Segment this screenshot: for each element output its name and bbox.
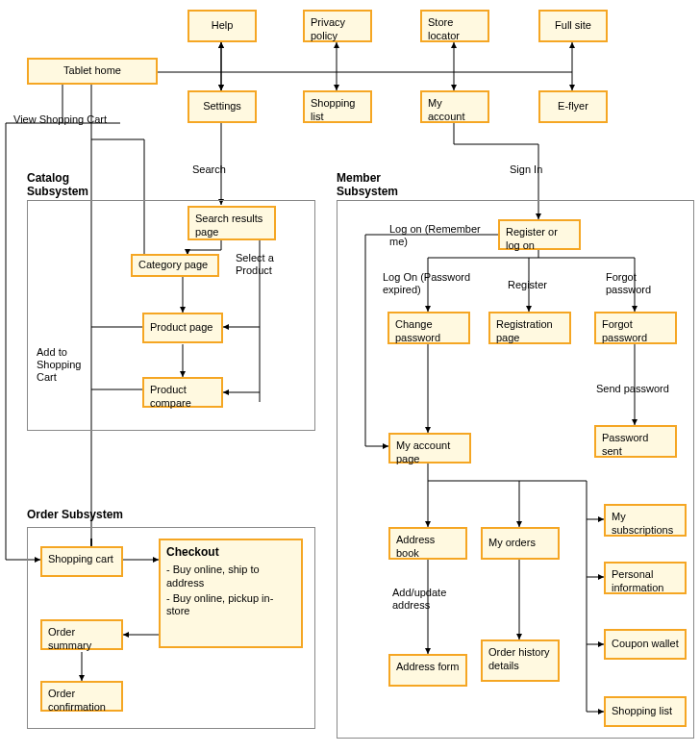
edge-log-on-remember: Log on (Remember me) — [389, 223, 486, 248]
label: Coupon wallet — [612, 638, 679, 651]
label: Shopping list — [612, 705, 672, 718]
group-title-member: Member Subsystem — [337, 171, 423, 199]
edge-select-product: Select a Product — [236, 252, 293, 277]
label: Address book — [396, 534, 435, 559]
label: Shopping list — [311, 97, 356, 122]
label: Product page — [150, 321, 212, 335]
label: Full site — [555, 19, 591, 33]
edge-log-on-expired: Log On (Password expired) — [383, 271, 488, 296]
label: Registration page — [496, 318, 553, 343]
node-my-account-page: My account page — [388, 433, 471, 464]
checkout-bullet-1: Buy online, ship to address — [166, 564, 295, 590]
edge-add-update-address: Add/update address — [392, 587, 469, 612]
node-my-account: My account — [420, 90, 489, 123]
node-category-page: Category page — [131, 254, 219, 277]
node-my-orders: My orders — [481, 527, 560, 560]
edge-forgot-password: Forgot password — [606, 271, 673, 296]
label: Register or log on — [506, 226, 558, 251]
label: Privacy policy — [311, 16, 345, 41]
checkout-bullet-2: Buy online, pickup in-store — [166, 592, 295, 619]
label: My account page — [396, 439, 450, 464]
label: Shopping cart — [48, 553, 113, 564]
label: Product compare — [150, 384, 191, 409]
node-shopping-list-member: Shopping list — [604, 696, 687, 727]
node-store-locator: Store locator — [420, 10, 489, 42]
node-coupon-wallet: Coupon wallet — [604, 629, 687, 660]
label: Category page — [138, 259, 208, 270]
label: Tablet home — [63, 64, 121, 78]
edge-search: Search — [192, 163, 226, 176]
node-help: Help — [188, 10, 257, 42]
edge-sign-in: Sign In — [510, 163, 542, 176]
label: Help — [212, 19, 234, 33]
node-product-page: Product page — [142, 313, 223, 343]
label: Order confirmation — [48, 688, 106, 713]
label: Change password — [395, 318, 440, 343]
label: My account — [428, 97, 465, 122]
node-register-or-logon: Register or log on — [498, 219, 581, 250]
node-eflyer: E-flyer — [538, 90, 608, 123]
node-shopping-cart: Shopping cart — [40, 546, 123, 577]
label: My subscriptions — [612, 511, 673, 536]
node-privacy-policy: Privacy policy — [303, 10, 372, 42]
label: Password sent — [602, 432, 648, 457]
node-product-compare: Product compare — [142, 377, 223, 408]
node-search-results: Search results page — [188, 206, 276, 240]
node-tablet-home: Tablet home — [27, 58, 158, 85]
node-change-password: Change password — [388, 312, 470, 344]
node-order-confirmation: Order confirmation — [40, 681, 123, 712]
edge-register: Register — [508, 279, 547, 291]
node-shopping-list-top: Shopping list — [303, 90, 372, 123]
node-registration-page: Registration page — [488, 312, 571, 344]
label: Settings — [203, 100, 241, 113]
group-title-order: Order Subsystem — [27, 508, 123, 521]
node-order-history-details: Order history details — [481, 639, 560, 682]
node-order-summary: Order summary — [40, 619, 123, 650]
diagram-canvas: Help Privacy policy Store locator Full s… — [0, 0, 700, 752]
checkout-title: Checkout — [166, 545, 295, 560]
label: Address form — [396, 661, 459, 672]
node-checkout: Checkout Buy online, ship to address Buy… — [159, 539, 303, 648]
label: Order history details — [488, 646, 550, 671]
node-address-form: Address form — [388, 654, 467, 687]
label: Search results page — [195, 213, 262, 238]
node-address-book: Address book — [388, 527, 467, 560]
node-full-site: Full site — [538, 10, 608, 42]
label: Order summary — [48, 626, 91, 651]
edge-add-to-cart: Add to Shopping Cart — [37, 346, 94, 385]
group-title-catalog: Catalog Subsystem — [27, 171, 113, 199]
checkout-bullets: Buy online, ship to address Buy online, … — [166, 564, 295, 618]
label: My orders — [488, 537, 536, 550]
node-my-subscriptions: My subscriptions — [604, 504, 687, 537]
edge-view-shopping-cart: View Shopping Cart — [13, 113, 107, 126]
label: Store locator — [428, 16, 460, 41]
node-settings: Settings — [188, 90, 257, 123]
node-password-sent: Password sent — [594, 425, 677, 458]
node-personal-information: Personal information — [604, 562, 687, 594]
node-forgot-password: Forgot password — [594, 312, 677, 344]
edge-send-password: Send password — [596, 383, 669, 395]
label: E-flyer — [558, 100, 588, 113]
label: Forgot password — [602, 318, 647, 343]
label: Personal information — [612, 568, 663, 593]
